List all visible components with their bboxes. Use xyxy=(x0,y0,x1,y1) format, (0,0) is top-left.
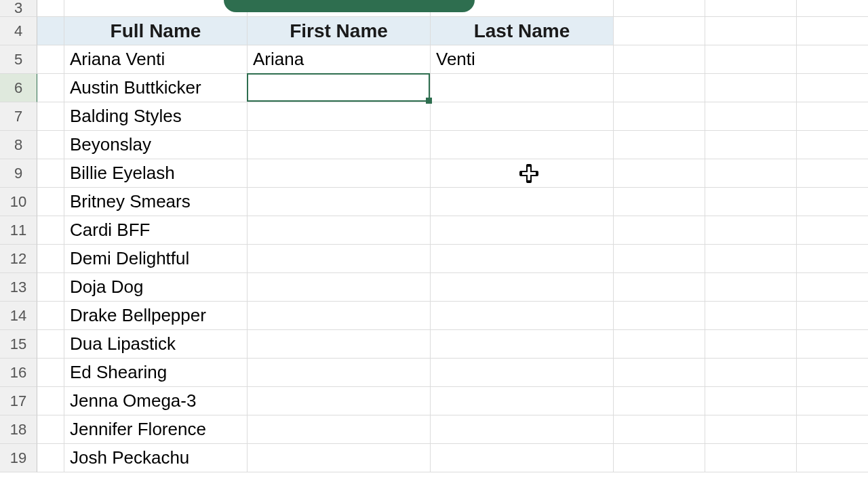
cell-E8[interactable] xyxy=(614,131,705,159)
cell-F14[interactable] xyxy=(705,302,797,330)
cell-E11[interactable] xyxy=(614,216,705,245)
cell-B10[interactable]: Britney Smears xyxy=(64,188,248,216)
cell-D13[interactable] xyxy=(431,273,614,302)
cell-G4[interactable] xyxy=(797,17,868,45)
cell-A14[interactable] xyxy=(37,302,64,330)
cell-G3[interactable] xyxy=(797,0,868,17)
cell-D15[interactable] xyxy=(431,330,614,359)
row-header-16[interactable]: 16 xyxy=(0,359,37,387)
row-header-19[interactable]: 19 xyxy=(0,444,37,472)
cell-D18[interactable] xyxy=(431,415,614,444)
cell-G15[interactable] xyxy=(797,330,868,359)
cell-F16[interactable] xyxy=(705,359,797,387)
cell-D14[interactable] xyxy=(431,302,614,330)
row-header-18[interactable]: 18 xyxy=(0,415,37,444)
cell-E3[interactable] xyxy=(614,0,705,17)
cell-A12[interactable] xyxy=(37,245,64,273)
cell-F9[interactable] xyxy=(705,159,797,188)
cell-D10[interactable] xyxy=(431,188,614,216)
cell-F17[interactable] xyxy=(705,387,797,415)
row-header-14[interactable]: 14 xyxy=(0,302,37,330)
cell-D16[interactable] xyxy=(431,359,614,387)
cell-G8[interactable] xyxy=(797,131,868,159)
cell-F3[interactable] xyxy=(705,0,797,17)
cell-F10[interactable] xyxy=(705,188,797,216)
cell-B11[interactable]: Cardi BFF xyxy=(64,216,248,245)
cell-C5[interactable]: Ariana xyxy=(248,45,431,74)
cell-B4[interactable]: Full Name xyxy=(64,17,248,45)
cell-A3[interactable] xyxy=(37,0,64,17)
cell-B15[interactable]: Dua Lipastick xyxy=(64,330,248,359)
row-header-8[interactable]: 8 xyxy=(0,131,37,159)
cell-D19[interactable] xyxy=(431,444,614,472)
cell-F5[interactable] xyxy=(705,45,797,74)
row-header-12[interactable]: 12 xyxy=(0,245,37,273)
cell-C10[interactable] xyxy=(248,188,431,216)
cell-B17[interactable]: Jenna Omega-3 xyxy=(64,387,248,415)
cell-G7[interactable] xyxy=(797,102,868,131)
cell-E13[interactable] xyxy=(614,273,705,302)
cell-D4[interactable]: Last Name xyxy=(431,17,614,45)
cell-G10[interactable] xyxy=(797,188,868,216)
cell-C19[interactable] xyxy=(248,444,431,472)
cell-C13[interactable] xyxy=(248,273,431,302)
cell-F4[interactable] xyxy=(705,17,797,45)
cell-C9[interactable] xyxy=(248,159,431,188)
cell-B13[interactable]: Doja Dog xyxy=(64,273,248,302)
cell-G5[interactable] xyxy=(797,45,868,74)
cell-G14[interactable] xyxy=(797,302,868,330)
cell-C6[interactable] xyxy=(248,74,431,102)
row-header-6[interactable]: 6 xyxy=(0,74,37,102)
cell-B16[interactable]: Ed Shearing xyxy=(64,359,248,387)
cell-A4[interactable] xyxy=(37,17,64,45)
cell-A7[interactable] xyxy=(37,102,64,131)
cells-area[interactable]: Full NameFirst NameLast NameAriana Venti… xyxy=(37,0,868,472)
cell-G9[interactable] xyxy=(797,159,868,188)
cell-E10[interactable] xyxy=(614,188,705,216)
cell-E9[interactable] xyxy=(614,159,705,188)
cell-E14[interactable] xyxy=(614,302,705,330)
cell-E17[interactable] xyxy=(614,387,705,415)
row-header-4[interactable]: 4 xyxy=(0,17,37,45)
cell-F15[interactable] xyxy=(705,330,797,359)
cell-A15[interactable] xyxy=(37,330,64,359)
spreadsheet-grid[interactable]: 345678910111213141516171819 Full NameFir… xyxy=(0,0,868,472)
cell-A11[interactable] xyxy=(37,216,64,245)
cell-A17[interactable] xyxy=(37,387,64,415)
cell-B5[interactable]: Ariana Venti xyxy=(64,45,248,74)
cell-D12[interactable] xyxy=(431,245,614,273)
cell-A18[interactable] xyxy=(37,415,64,444)
cell-E19[interactable] xyxy=(614,444,705,472)
cell-E18[interactable] xyxy=(614,415,705,444)
cell-E5[interactable] xyxy=(614,45,705,74)
cell-D11[interactable] xyxy=(431,216,614,245)
cell-E4[interactable] xyxy=(614,17,705,45)
row-header-9[interactable]: 9 xyxy=(0,159,37,188)
cell-F18[interactable] xyxy=(705,415,797,444)
row-header-11[interactable]: 11 xyxy=(0,216,37,245)
cell-G13[interactable] xyxy=(797,273,868,302)
cell-B7[interactable]: Balding Styles xyxy=(64,102,248,131)
cell-B19[interactable]: Josh Peckachu xyxy=(64,444,248,472)
cell-A9[interactable] xyxy=(37,159,64,188)
cell-A16[interactable] xyxy=(37,359,64,387)
cell-B18[interactable]: Jennifer Florence xyxy=(64,415,248,444)
cell-A10[interactable] xyxy=(37,188,64,216)
cell-B6[interactable]: Austin Buttkicker xyxy=(64,74,248,102)
row-header-5[interactable]: 5 xyxy=(0,45,37,74)
cell-A5[interactable] xyxy=(37,45,64,74)
cell-F7[interactable] xyxy=(705,102,797,131)
cell-G19[interactable] xyxy=(797,444,868,472)
cell-E16[interactable] xyxy=(614,359,705,387)
row-header-7[interactable]: 7 xyxy=(0,102,37,131)
cell-G6[interactable] xyxy=(797,74,868,102)
cell-A6[interactable] xyxy=(37,74,64,102)
cell-D6[interactable] xyxy=(431,74,614,102)
cell-E7[interactable] xyxy=(614,102,705,131)
cell-E15[interactable] xyxy=(614,330,705,359)
cell-C8[interactable] xyxy=(248,131,431,159)
cell-C4[interactable]: First Name xyxy=(248,17,431,45)
cell-C15[interactable] xyxy=(248,330,431,359)
cell-F19[interactable] xyxy=(705,444,797,472)
row-header-13[interactable]: 13 xyxy=(0,273,37,302)
